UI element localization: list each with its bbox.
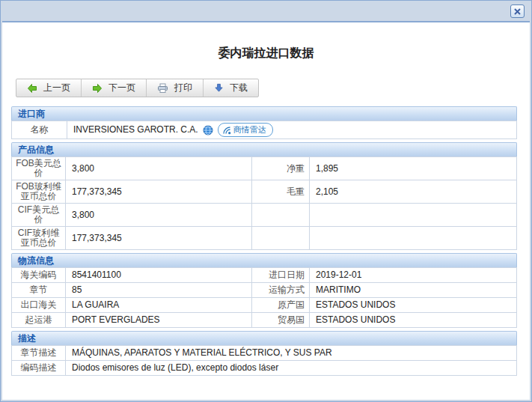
trade-country-label: 贸易国 xyxy=(252,313,310,328)
hs-code-value: 8541401100 xyxy=(66,268,252,283)
net-weight-value: 1,895 xyxy=(310,157,517,180)
export-customs-value: LA GUAIRA xyxy=(66,298,252,313)
code-description-label: 编码描述 xyxy=(12,361,66,376)
fob-usd-label: FOB美元总价 xyxy=(12,157,66,180)
export-customs-label: 出口海关 xyxy=(12,298,66,313)
code-description-value: Diodos emisores de luz (LED), excepto di… xyxy=(66,361,517,376)
chapter-value: 85 xyxy=(66,283,252,298)
table-row: 出口海关 LA GUAIRA 原产国 ESTADOS UNIDOS xyxy=(12,298,517,313)
empty-value xyxy=(310,204,517,227)
download-arrow-icon xyxy=(214,83,224,93)
table-row: 章节描述 MÁQUINAS, APARATOS Y MATERIAL ELÉCT… xyxy=(12,346,517,361)
empty-label xyxy=(252,204,310,227)
hs-code-label: 海关编码 xyxy=(12,268,66,283)
fob-bolivar-label: FOB玻利维亚币总价 xyxy=(12,180,66,204)
close-button[interactable] xyxy=(510,4,525,18)
importer-name-cell: INVERSIONES GAROTR. C.A. xyxy=(67,121,517,139)
table-row: 编码描述 Diodos emisores de luz (LED), excep… xyxy=(12,361,517,376)
logistics-section-header: 物流信息 xyxy=(11,253,517,267)
chapter-description-value: MÁQUINAS, APARATOS Y MATERIAL ELÉCTRICO,… xyxy=(66,346,517,361)
origin-country-label: 原产国 xyxy=(252,298,310,313)
table-row: 章节 85 运输方式 MARITIMO xyxy=(12,283,517,298)
table-row: 名称 INVERSIONES GAROTR. C.A. xyxy=(12,121,517,139)
prev-page-button[interactable]: 上一页 xyxy=(16,79,81,97)
data-sections: 进口商 名称 INVERSIONES GAROTR. C.A. xyxy=(11,106,517,376)
importer-name-value: INVERSIONES GAROTR. C.A. xyxy=(73,124,198,135)
trade-country-value: ESTADOS UNIDOS xyxy=(310,313,517,328)
importer-name-label: 名称 xyxy=(12,121,67,139)
transport-mode-value: MARITIMO xyxy=(310,283,517,298)
close-icon xyxy=(514,8,521,15)
print-button[interactable]: 打印 xyxy=(146,79,203,97)
departure-port-label: 起运港 xyxy=(12,313,66,328)
table-row: CIF美元总价 3,800 xyxy=(12,204,517,227)
arrow-left-icon xyxy=(27,83,37,94)
cif-bolivar-value: 177,373,345 xyxy=(66,227,252,250)
description-section-header: 描述 xyxy=(11,331,517,345)
logistics-section: 物流信息 海关编码 8541401100 进口日期 2019-12-01 章节 … xyxy=(11,253,517,328)
import-date-label: 进口日期 xyxy=(252,268,310,283)
toolbar: 上一页 下一页 打印 下载 xyxy=(16,79,259,97)
product-info-section: 产品信息 FOB美元总价 3,800 净重 1,895 FOB玻利维亚币总价 1… xyxy=(11,142,517,250)
importer-section-header: 进口商 xyxy=(11,106,517,121)
logistics-table: 海关编码 8541401100 进口日期 2019-12-01 章节 85 运输… xyxy=(11,267,517,328)
radar-icon xyxy=(222,126,231,135)
gross-weight-label: 毛重 xyxy=(252,180,310,204)
cif-usd-value: 3,800 xyxy=(66,204,252,227)
prev-page-label: 上一页 xyxy=(43,82,70,94)
empty-value xyxy=(310,227,517,250)
fob-bolivar-value: 177,373,345 xyxy=(66,180,252,204)
net-weight-label: 净重 xyxy=(252,157,310,180)
origin-country-value: ESTADOS UNIDOS xyxy=(310,298,517,313)
business-radar-link[interactable]: 商情雷达 xyxy=(218,123,273,137)
printer-icon xyxy=(157,83,168,94)
next-page-label: 下一页 xyxy=(108,82,135,94)
dialog-content: 委内瑞拉进口数据 上一页 下一页 xyxy=(2,21,530,400)
table-row: CIF玻利维亚币总价 177,373,345 xyxy=(12,227,517,250)
importer-section: 进口商 名称 INVERSIONES GAROTR. C.A. xyxy=(11,106,517,139)
table-row: 起运港 PORT EVERGLADES 贸易国 ESTADOS UNIDOS xyxy=(12,313,517,328)
import-date-value: 2019-12-01 xyxy=(310,268,517,283)
table-row: FOB玻利维亚币总价 177,373,345 毛重 2,105 xyxy=(12,180,517,204)
importer-table: 名称 INVERSIONES GAROTR. C.A. xyxy=(11,121,517,139)
import-data-dialog: 委内瑞拉进口数据 上一页 下一页 xyxy=(0,0,532,402)
fob-usd-value: 3,800 xyxy=(66,157,252,180)
next-page-button[interactable]: 下一页 xyxy=(81,79,146,97)
dialog-titlebar xyxy=(1,1,531,21)
website-globe-icon[interactable] xyxy=(203,125,213,135)
gross-weight-value: 2,105 xyxy=(310,180,517,204)
transport-mode-label: 运输方式 xyxy=(252,283,310,298)
departure-port-value: PORT EVERGLADES xyxy=(66,313,252,328)
cif-usd-label: CIF美元总价 xyxy=(12,204,66,227)
chapter-description-label: 章节描述 xyxy=(12,346,66,361)
description-table: 章节描述 MÁQUINAS, APARATOS Y MATERIAL ELÉCT… xyxy=(11,345,517,376)
product-section-header: 产品信息 xyxy=(11,142,517,156)
page-title: 委内瑞拉进口数据 xyxy=(2,46,530,61)
download-button[interactable]: 下载 xyxy=(203,79,258,97)
table-row: FOB美元总价 3,800 净重 1,895 xyxy=(12,157,517,180)
business-radar-label: 商情雷达 xyxy=(233,124,266,135)
product-table: FOB美元总价 3,800 净重 1,895 FOB玻利维亚币总价 177,37… xyxy=(11,156,517,250)
table-row: 海关编码 8541401100 进口日期 2019-12-01 xyxy=(12,268,517,283)
arrow-right-icon xyxy=(92,83,103,94)
chapter-label: 章节 xyxy=(12,283,66,298)
print-label: 打印 xyxy=(174,82,192,94)
description-section: 描述 章节描述 MÁQUINAS, APARATOS Y MATERIAL EL… xyxy=(11,331,517,376)
cif-bolivar-label: CIF玻利维亚币总价 xyxy=(12,227,66,250)
empty-label xyxy=(252,227,310,250)
download-label: 下载 xyxy=(230,82,248,94)
